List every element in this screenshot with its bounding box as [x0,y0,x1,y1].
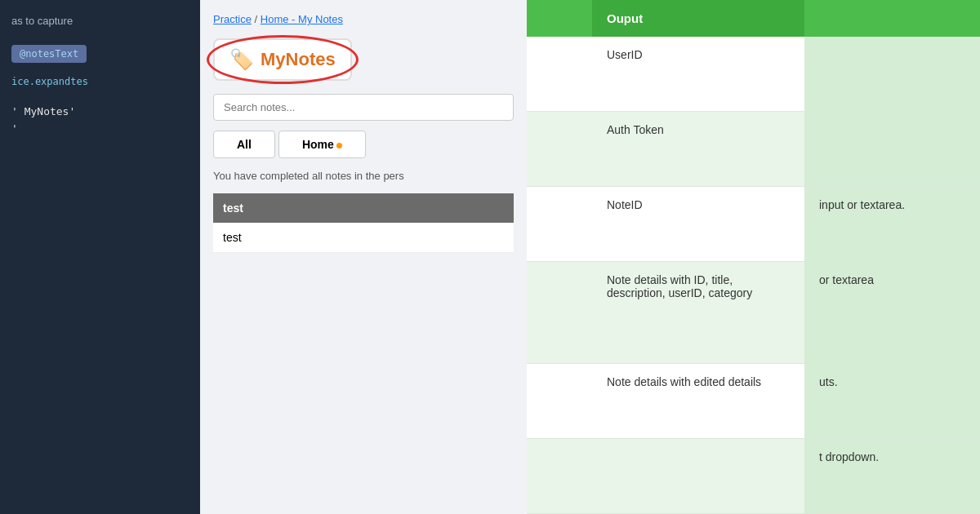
table-row: Note details with edited details uts. [527,363,980,438]
r4c3: or textarea [804,261,980,363]
middle-panel: Practice / Home - My Notes 🏷️ MyNotes Al… [200,0,527,514]
table-row: Note details with ID, title, description… [527,261,980,363]
r1c1 [527,37,592,111]
table-cell-test: test [213,223,514,253]
r2c2: Auth Token [592,111,804,186]
table-row: UserID [527,37,980,111]
app-icon: 🏷️ [229,48,254,71]
search-input[interactable] [213,94,514,121]
breadcrumb: Practice / Home - My Notes [213,13,514,25]
sidebar-string1: ' MyNotes' [0,94,200,121]
r6c1 [527,438,592,513]
table-row: NoteID input or textarea. [527,186,980,261]
r3c2: NoteID [592,186,804,261]
r1c3 [804,37,980,111]
r3c3: input or textarea. [804,186,980,261]
breadcrumb-link-practice[interactable]: Practice [213,13,252,25]
r5c2: Note details with edited details [592,363,804,438]
r2c3 [804,111,980,186]
breadcrumb-link-home[interactable]: Home - My Notes [261,13,343,25]
tab-home[interactable]: Home [278,131,366,158]
app-header: 🏷️ MyNotes [213,38,352,81]
r4c1 [527,261,592,363]
completed-message: You have completed all notes in the pers [213,170,514,182]
app-title: MyNotes [261,49,336,70]
r5c3: uts. [804,363,980,438]
r6c2 [592,438,804,513]
filter-tabs: All Home [213,131,514,158]
right-panel: Ouput UserID Auth Token NoteID input or … [527,0,980,514]
r2c1 [527,111,592,186]
notes-table: test test [213,193,514,253]
sidebar-string2: ' [0,121,200,136]
breadcrumb-separator: / [255,13,261,25]
home-dot [336,143,342,148]
r5c1 [527,363,592,438]
col2-header: Ouput [592,0,804,37]
r4c2: Note details with ID, title, description… [592,261,804,363]
sidebar: as to capture @notesText ice.expandtes '… [0,0,200,514]
sidebar-top-text: as to capture [0,8,200,38]
sidebar-badge[interactable]: @notesText [11,45,87,63]
r3c1 [527,186,592,261]
table-row: t dropdown. [527,438,980,513]
table-row: Auth Token [527,111,980,186]
col1-header [527,0,592,37]
sidebar-code-text: ice.expandtes [0,69,200,94]
notes-table-header: test [213,193,514,223]
r6c3: t dropdown. [804,438,980,513]
data-table: Ouput UserID Auth Token NoteID input or … [527,0,980,514]
tab-all[interactable]: All [213,131,275,158]
table-row: test [213,223,514,253]
col3-header [804,0,980,37]
r1c2: UserID [592,37,804,111]
